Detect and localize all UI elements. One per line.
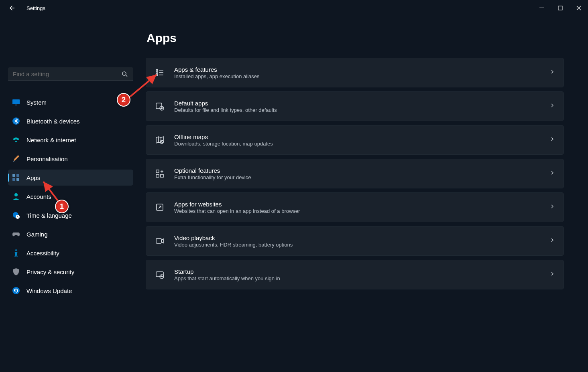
settings-item-default-apps[interactable]: Default apps Defaults for file and link …	[146, 91, 564, 121]
svg-rect-19	[156, 72, 158, 73]
minimize-button[interactable]	[533, 0, 551, 16]
settings-list: Apps & features Installed apps, app exec…	[146, 58, 564, 292]
svg-point-7	[15, 141, 17, 142]
system-icon	[12, 98, 20, 106]
sidebar-item-label: Time & language	[26, 212, 72, 219]
svg-rect-23	[156, 103, 162, 109]
settings-item-offline-maps[interactable]: Offline maps Downloads, storage location…	[146, 125, 564, 155]
svg-point-12	[14, 193, 18, 196]
back-button[interactable]	[7, 3, 17, 13]
sidebar-item-label: Accessibility	[26, 250, 59, 257]
svg-rect-28	[161, 174, 163, 177]
sidebar-item-personalisation[interactable]: Personalisation	[8, 151, 133, 167]
sidebar-item-accounts[interactable]: Accounts	[8, 188, 133, 204]
item-desc: Websites that can open in an app instead…	[174, 208, 540, 214]
svg-rect-11	[16, 178, 19, 181]
sidebar-item-label: Gaming	[26, 231, 48, 238]
chevron-right-icon	[549, 136, 555, 144]
settings-item-startup[interactable]: Startup Apps that start automatically wh…	[146, 260, 564, 289]
arrow-left-icon	[8, 4, 16, 12]
brush-icon	[12, 155, 20, 163]
main-content: Apps Apps & features Installed apps, app…	[134, 16, 588, 372]
svg-rect-8	[12, 174, 15, 177]
titlebar: Settings	[0, 0, 588, 16]
default-apps-icon	[154, 101, 165, 112]
sidebar-item-label: Privacy & security	[26, 269, 74, 275]
item-title: Startup	[174, 268, 540, 275]
svg-point-15	[15, 249, 17, 251]
search-box[interactable]	[8, 67, 133, 81]
svg-rect-5	[15, 105, 17, 105]
sidebar-item-label: Network & internet	[26, 137, 76, 144]
person-icon	[12, 192, 20, 200]
sidebar-item-label: Accounts	[26, 193, 51, 200]
sidebar-item-gaming[interactable]: Gaming	[8, 226, 133, 242]
chevron-right-icon	[549, 102, 555, 110]
search-icon	[121, 71, 128, 78]
settings-item-apps-features[interactable]: Apps & features Installed apps, app exec…	[146, 58, 564, 87]
svg-rect-0	[539, 8, 544, 8]
window-title: Settings	[26, 5, 45, 11]
settings-item-video-playback[interactable]: Video playback Video adjustments, HDR st…	[146, 226, 564, 256]
video-icon	[154, 235, 165, 247]
shield-icon	[12, 268, 20, 276]
item-title: Default apps	[174, 100, 540, 107]
list-icon	[154, 67, 165, 78]
window-controls	[533, 0, 588, 16]
item-title: Optional features	[174, 167, 540, 174]
svg-rect-27	[156, 174, 159, 177]
item-desc: Defaults for file and link types, other …	[174, 107, 540, 113]
chevron-right-icon	[549, 69, 555, 77]
sidebar-item-apps[interactable]: Apps	[8, 170, 133, 186]
sidebar-item-label: Apps	[26, 174, 40, 181]
svg-point-16	[12, 287, 20, 294]
svg-rect-9	[16, 174, 19, 177]
item-desc: Extra functionality for your device	[174, 174, 540, 180]
svg-rect-17	[156, 69, 158, 71]
sidebar-item-accessibility[interactable]: Accessibility	[8, 245, 133, 261]
accessibility-icon	[12, 249, 20, 257]
open-external-icon	[154, 202, 165, 213]
item-desc: Downloads, storage location, map updates	[174, 141, 540, 147]
sidebar-item-time-language[interactable]: Time & language	[8, 207, 133, 223]
chevron-right-icon	[549, 170, 555, 178]
search-input[interactable]	[13, 71, 121, 77]
svg-rect-1	[558, 6, 562, 10]
settings-item-optional-features[interactable]: Optional features Extra functionality fo…	[146, 159, 564, 188]
sidebar-item-privacy[interactable]: Privacy & security	[8, 264, 133, 280]
sidebar-item-network[interactable]: Network & internet	[8, 132, 133, 148]
item-title: Offline maps	[174, 133, 540, 140]
sidebar-item-label: Windows Update	[26, 287, 72, 294]
chevron-right-icon	[549, 203, 555, 211]
sidebar-item-label: Bluetooth & devices	[26, 118, 80, 125]
wifi-icon	[12, 136, 20, 144]
sidebar-item-system[interactable]: System	[8, 94, 133, 110]
optional-features-icon	[154, 168, 165, 179]
sidebar-nav: System Bluetooth & devices Network & int…	[8, 94, 133, 301]
chevron-right-icon	[549, 271, 555, 279]
update-icon	[12, 287, 20, 295]
close-icon	[576, 6, 581, 10]
settings-item-apps-for-websites[interactable]: Apps for websites Websites that can open…	[146, 192, 564, 222]
svg-rect-21	[156, 74, 158, 76]
globe-clock-icon	[12, 211, 20, 219]
apps-icon	[12, 174, 20, 182]
item-title: Apps for websites	[174, 201, 540, 208]
svg-rect-30	[156, 239, 161, 243]
sidebar-item-bluetooth[interactable]: Bluetooth & devices	[8, 113, 133, 129]
maximize-button[interactable]	[551, 0, 570, 16]
maximize-icon	[558, 6, 563, 10]
sidebar-item-windows-update[interactable]: Windows Update	[8, 283, 133, 299]
map-icon	[154, 134, 165, 146]
item-desc: Apps that start automatically when you s…	[174, 275, 540, 281]
minimize-icon	[539, 6, 544, 10]
startup-icon	[154, 269, 165, 280]
item-desc: Installed apps, app execution aliases	[174, 73, 540, 79]
svg-rect-4	[12, 99, 20, 104]
svg-point-2	[122, 72, 126, 75]
item-desc: Video adjustments, HDR streaming, batter…	[174, 242, 540, 248]
svg-line-3	[126, 75, 127, 77]
close-button[interactable]	[570, 0, 588, 16]
item-title: Video playback	[174, 235, 540, 241]
page-title: Apps	[146, 31, 564, 45]
